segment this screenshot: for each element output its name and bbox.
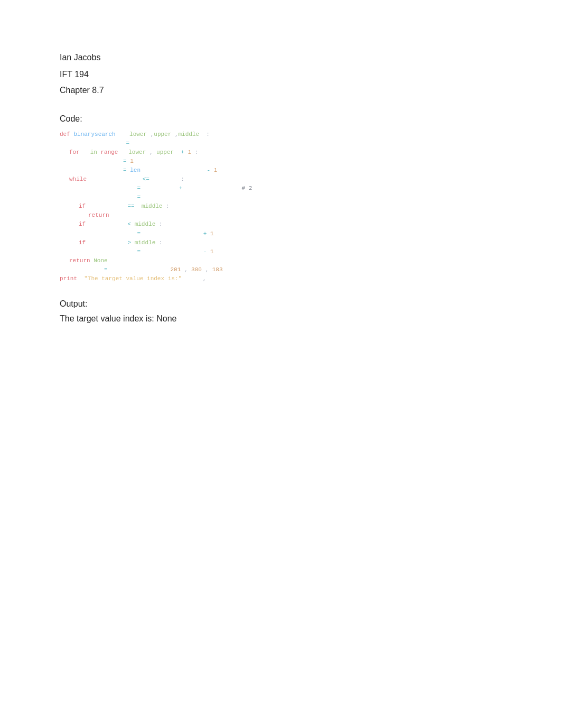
author: Ian Jacobs [60,53,561,62]
course: IFT 194 [60,70,561,79]
chapter: Chapter 8.7 [60,86,561,95]
code-label: Code: [60,114,561,124]
output-text: The target value index is: None [60,314,561,324]
code-block: def binarysearch lower ,upper ,middle : … [60,130,561,283]
output-label: Output: [60,299,561,309]
